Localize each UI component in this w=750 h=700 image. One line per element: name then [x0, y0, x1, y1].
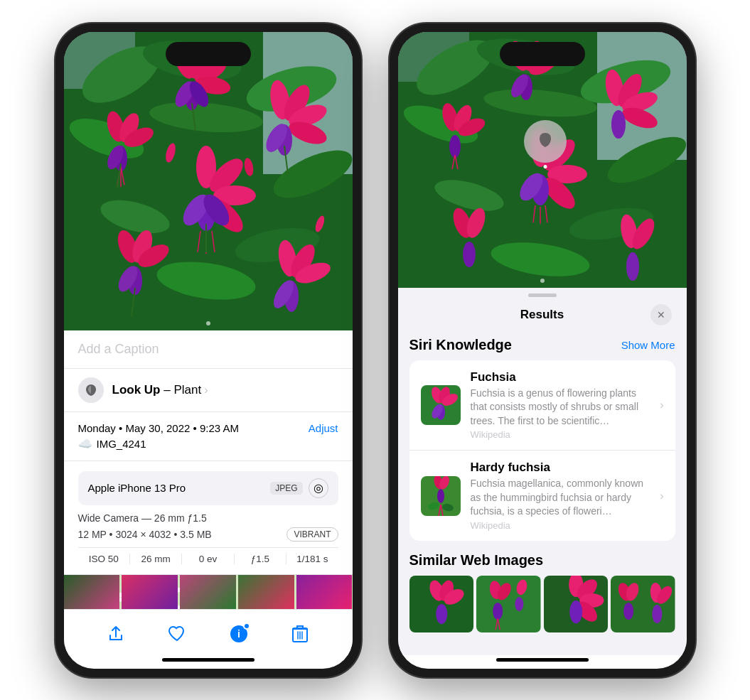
- device-name: Apple iPhone 13 Pro: [88, 482, 186, 494]
- results-title: Results: [520, 308, 564, 322]
- thumbnail: [180, 575, 236, 609]
- fuchsia-thumbnail: [421, 385, 461, 425]
- svg-point-138: [493, 603, 503, 620]
- knowledge-item-fuchsia[interactable]: Fuchsia Fuchsia is a genus of flowering …: [409, 360, 675, 451]
- thumbnail-strip: [64, 575, 353, 609]
- similar-images-grid: [409, 576, 675, 632]
- knowledge-item-hardy-fuchsia[interactable]: Hardy fuchsia Fuchsia magellanica, commo…: [409, 451, 675, 541]
- right-screen-content: Results ✕ Siri Knowledge Show More: [398, 32, 687, 669]
- svg-point-155: [652, 605, 662, 623]
- photo-info-section: Monday • May 30, 2022 • 9:23 AM Adjust ☁…: [64, 412, 353, 461]
- mp-info: 12 MP • 3024 × 4032 • 3.5 MB: [78, 529, 212, 540]
- mp-row: 12 MP • 3024 × 4032 • 3.5 MB VIBRANT: [78, 527, 338, 542]
- svg-point-99: [611, 110, 626, 139]
- lookup-label: Look Up – Plant: [112, 383, 202, 397]
- device-section: Apple iPhone 13 Pro JPEG ◎ Wide Camera —…: [64, 461, 353, 575]
- svg-point-152: [623, 603, 633, 620]
- svg-point-61: [206, 321, 210, 325]
- lookup-row[interactable]: Look Up – Plant ›: [64, 369, 353, 412]
- hardy-fuchsia-desc: Fuchsia magellanica, commonly known as t…: [471, 477, 650, 519]
- delete-button[interactable]: [284, 618, 316, 650]
- adjust-button[interactable]: Adjust: [309, 422, 338, 434]
- caption-input[interactable]: Add a Caption: [78, 342, 159, 356]
- hardy-fuchsia-thumbnail: [421, 476, 461, 516]
- location-badge: ◎: [309, 478, 328, 498]
- svg-point-115: [540, 279, 545, 283]
- left-screen-content: Add a Caption Look Up – Plant › Mon: [64, 32, 353, 669]
- close-icon: ✕: [657, 309, 665, 321]
- info-badge: [243, 623, 250, 630]
- exif-shutter: 1/181 s: [286, 554, 338, 564]
- results-panel: Results ✕ Siri Knowledge Show More: [398, 288, 687, 655]
- hardy-fuchsia-thumb-img: [421, 476, 461, 516]
- format-badge: JPEG: [270, 482, 302, 495]
- share-icon: [107, 625, 124, 642]
- close-results-button[interactable]: ✕: [650, 304, 672, 325]
- camera-specs: Wide Camera — 26 mm ƒ1.5: [78, 512, 338, 524]
- home-indicator-right: [496, 658, 589, 662]
- lookup-icon: [78, 377, 104, 403]
- similar-images-title: Similar Web Images: [409, 552, 544, 569]
- fuchsia-chevron: ›: [660, 399, 663, 411]
- visual-lookup-button[interactable]: [524, 120, 567, 163]
- similar-image-2[interactable]: [476, 576, 541, 632]
- similar-image-1[interactable]: [409, 576, 474, 632]
- hardy-fuchsia-source: Wikipedia: [471, 520, 650, 531]
- svg-point-111: [463, 242, 476, 267]
- svg-point-114: [626, 252, 639, 281]
- svg-point-148: [569, 601, 582, 623]
- leaf-icon: [84, 383, 98, 397]
- lookup-chevron: ›: [204, 384, 208, 397]
- siri-knowledge-title: Siri Knowledge: [409, 337, 512, 353]
- toolbar: i: [64, 609, 353, 655]
- fuchsia-thumb-img: [421, 385, 461, 425]
- share-button[interactable]: [100, 618, 132, 650]
- svg-point-125: [437, 489, 444, 503]
- favorite-button[interactable]: [161, 618, 193, 650]
- exif-ev: 0 ev: [182, 554, 234, 564]
- visual-lookup-icon: [535, 131, 556, 152]
- photo-date: Monday • May 30, 2022 • 9:23 AM: [78, 422, 239, 434]
- right-phone: Results ✕ Siri Knowledge Show More: [390, 23, 695, 677]
- hardy-fuchsia-info: Hardy fuchsia Fuchsia magellanica, commo…: [471, 461, 650, 531]
- results-content[interactable]: Siri Knowledge Show More: [398, 334, 687, 655]
- similar-web-images-section: Similar Web Images: [409, 552, 675, 632]
- thumbnail: [64, 575, 120, 609]
- similar-image-3[interactable]: [544, 576, 609, 632]
- hardy-fuchsia-chevron: ›: [660, 490, 663, 502]
- thumbnail: [122, 575, 178, 609]
- svg-point-142: [515, 597, 523, 611]
- show-more-button[interactable]: Show More: [621, 339, 675, 351]
- dynamic-island: [500, 42, 585, 66]
- dynamic-island: [166, 42, 251, 66]
- thumbnail: [296, 575, 353, 609]
- map-area[interactable]: [64, 575, 353, 609]
- svg-point-134: [436, 604, 447, 624]
- vibrant-badge: VIBRANT: [286, 527, 338, 542]
- visual-search-dot: [543, 165, 547, 168]
- heart-icon: [168, 625, 186, 642]
- device-badges: JPEG ◎: [270, 478, 328, 498]
- svg-text:i: i: [237, 628, 240, 640]
- cloud-icon: ☁️: [78, 437, 92, 451]
- similar-image-4[interactable]: [611, 576, 675, 632]
- info-button[interactable]: i: [223, 618, 255, 650]
- hardy-fuchsia-name: Hardy fuchsia: [471, 461, 650, 475]
- fuchsia-source: Wikipedia: [471, 429, 650, 440]
- caption-area[interactable]: Add a Caption: [64, 330, 353, 369]
- right-phone-screen: Results ✕ Siri Knowledge Show More: [398, 32, 687, 669]
- filename: IMG_4241: [97, 438, 146, 450]
- similar-images-header: Similar Web Images: [409, 552, 675, 569]
- trash-icon: [292, 625, 308, 643]
- exif-iso: ISO 50: [78, 554, 130, 564]
- photo-area[interactable]: [64, 32, 353, 330]
- left-phone-screen: Add a Caption Look Up – Plant › Mon: [64, 32, 353, 669]
- exif-mm: 26 mm: [130, 554, 182, 564]
- device-header: Apple iPhone 13 Pro JPEG ◎: [78, 471, 338, 505]
- svg-point-92: [449, 135, 461, 158]
- home-indicator: [162, 658, 255, 662]
- photo-area-right[interactable]: [398, 32, 687, 288]
- left-phone: Add a Caption Look Up – Plant › Mon: [55, 23, 361, 677]
- knowledge-card: Fuchsia Fuchsia is a genus of flowering …: [409, 360, 675, 542]
- results-header: Results ✕: [398, 297, 687, 334]
